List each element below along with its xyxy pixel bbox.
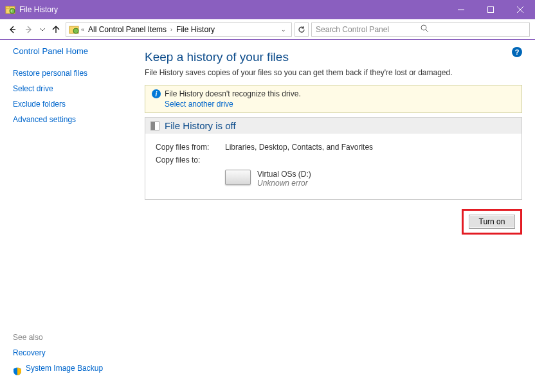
- status-icon: [150, 121, 159, 130]
- system-image-backup-link[interactable]: System Image Backup: [26, 364, 103, 373]
- drive-error: Unknown error: [257, 179, 311, 188]
- chevron-down-icon[interactable]: ⌄: [278, 26, 289, 33]
- close-button[interactable]: [505, 0, 535, 19]
- navbar: « All Control Panel Items › File History…: [0, 19, 535, 40]
- search-icon[interactable]: [421, 24, 525, 35]
- svg-rect-4: [488, 7, 494, 13]
- breadcrumb-file-history[interactable]: File History: [174, 25, 217, 34]
- search-input[interactable]: Search Control Panel: [311, 22, 530, 37]
- chevron-right-icon[interactable]: ›: [170, 26, 173, 33]
- drive-icon: [225, 170, 251, 185]
- back-button[interactable]: [5, 22, 19, 37]
- warning-text: File History doesn't recognize this driv…: [165, 89, 301, 98]
- warning-box: i File History doesn't recognize this dr…: [145, 85, 522, 113]
- drive-info: Virtual OSs (D:) Unknown error: [225, 170, 511, 188]
- select-drive-link[interactable]: Select drive: [13, 84, 129, 93]
- restore-files-link[interactable]: Restore personal files: [13, 69, 129, 78]
- svg-point-12: [421, 25, 426, 30]
- advanced-settings-link[interactable]: Advanced settings: [13, 115, 129, 124]
- forward-button[interactable]: [22, 22, 36, 37]
- copy-from-value: Libraries, Desktop, Contacts, and Favori…: [225, 143, 373, 152]
- svg-point-2: [10, 8, 15, 13]
- status-box: File History is off Copy files from: Lib…: [145, 117, 522, 200]
- copy-to-label: Copy files to:: [156, 156, 225, 165]
- app-icon: [5, 4, 15, 15]
- address-bar[interactable]: « All Control Panel Items › File History…: [66, 22, 292, 37]
- folder-icon: [69, 24, 79, 35]
- history-dropdown[interactable]: [39, 22, 46, 37]
- exclude-folders-link[interactable]: Exclude folders: [13, 100, 129, 109]
- shield-icon: [13, 367, 22, 376]
- main-content: Keep a history of your files File Histor…: [145, 50, 522, 235]
- sidebar: Control Panel Home Restore personal file…: [13, 46, 129, 130]
- window-title: File History: [19, 5, 446, 14]
- drive-name: Virtual OSs (D:): [257, 170, 311, 179]
- maximize-button[interactable]: [476, 0, 505, 19]
- breadcrumb-all-items[interactable]: All Control Panel Items: [86, 25, 168, 34]
- status-title: File History is off: [165, 120, 236, 131]
- svg-rect-1: [6, 6, 10, 8]
- refresh-button[interactable]: [295, 22, 309, 37]
- breadcrumb-root[interactable]: «: [80, 26, 85, 33]
- recovery-link[interactable]: Recovery: [13, 348, 129, 357]
- page-description: File History saves copies of your files …: [145, 68, 522, 77]
- info-icon: i: [152, 89, 161, 98]
- page-title: Keep a history of your files: [145, 50, 522, 64]
- turn-on-highlight: Turn on: [462, 209, 522, 235]
- svg-point-11: [73, 28, 78, 33]
- select-another-drive-link[interactable]: Select another drive: [165, 100, 233, 109]
- status-header: File History is off: [145, 118, 521, 134]
- see-also: See also Recovery System Image Backup: [13, 333, 129, 379]
- titlebar: File History: [0, 0, 535, 19]
- svg-line-13: [426, 30, 428, 32]
- search-placeholder: Search Control Panel: [316, 25, 421, 34]
- minimize-button[interactable]: [446, 0, 476, 19]
- control-panel-home-link[interactable]: Control Panel Home: [13, 46, 129, 56]
- turn-on-button[interactable]: Turn on: [469, 215, 515, 229]
- up-button[interactable]: [49, 22, 63, 37]
- see-also-heading: See also: [13, 333, 129, 342]
- copy-from-label: Copy files from:: [156, 143, 225, 152]
